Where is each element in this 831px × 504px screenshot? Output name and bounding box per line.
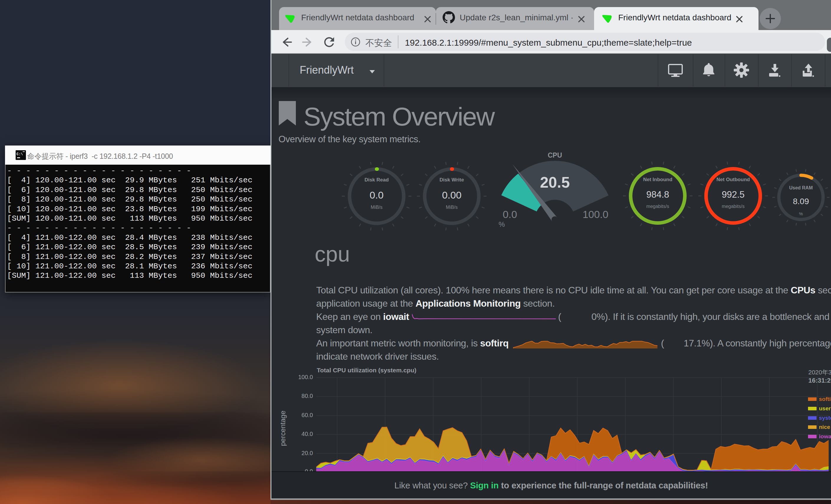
svg-text:C:\: C:\ bbox=[17, 152, 23, 156]
